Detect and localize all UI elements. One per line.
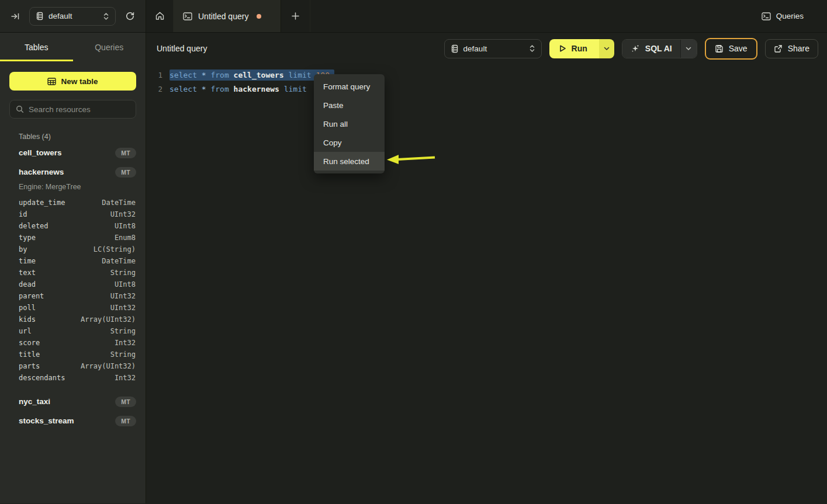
table-name: stocks_stream [19, 416, 74, 425]
run-split-button: Run [549, 39, 614, 58]
tab-title: Untitled query [198, 12, 248, 21]
queries-button-label: Queries [776, 12, 804, 20]
sql-text: select * from hackernews limit [169, 85, 312, 93]
column-name: kids [19, 315, 36, 324]
sql-ai-button[interactable]: SQL AI [622, 40, 680, 58]
engine-detail: Engine: MergeTree [9, 183, 136, 191]
sql-token: select [169, 71, 197, 79]
column-type: UInt8 [115, 222, 136, 230]
sparkles-icon [631, 44, 640, 53]
column-name: url [19, 327, 32, 335]
column-type: String [110, 269, 136, 277]
engine-badge: MT [115, 148, 136, 158]
chevron-down-icon [686, 47, 691, 51]
sql-token: * [202, 71, 206, 79]
sql-token: * [202, 85, 206, 93]
sidebar-tab-queries[interactable]: Queries [73, 33, 146, 61]
column-row: partsArray(UInt32) [19, 360, 136, 372]
toolbar: default [444, 38, 818, 60]
column-row: timeDateTime [19, 255, 136, 267]
tables-section-title: Tables (4) [19, 133, 136, 141]
engine-badge: MT [115, 167, 136, 178]
toolbar-database-selector[interactable]: default [444, 39, 542, 58]
column-name: time [19, 257, 36, 265]
column-row: titleString [19, 349, 136, 360]
new-table-button-label: New table [61, 77, 98, 86]
column-row: pollUInt32 [19, 302, 136, 314]
column-list: update_timeDateTimeidUInt32deletedUInt8t… [9, 197, 136, 384]
search-resources-input[interactable] [29, 105, 132, 114]
refresh-icon [125, 11, 135, 21]
menu-item-copy[interactable]: Copy [314, 133, 385, 152]
table-item-hackernews[interactable]: hackernews MT [9, 162, 136, 182]
sql-token [229, 71, 234, 79]
column-name: title [19, 350, 40, 359]
collapse-sidebar-button[interactable] [8, 9, 22, 23]
column-row: urlString [19, 325, 136, 337]
top-bar-left: default [0, 0, 146, 32]
editor-line-2: 2 select * from hackernews limit [146, 82, 827, 96]
table-item-cell-towers[interactable]: cell_towers MT [9, 143, 136, 162]
sidebar-tab-queries-label: Queries [95, 43, 123, 52]
run-options-button[interactable] [599, 39, 614, 58]
column-row: descendantsInt32 [19, 372, 136, 384]
column-type: Int32 [115, 339, 136, 347]
column-type: DateTime [102, 257, 136, 265]
table-name: cell_towers [19, 148, 62, 157]
tab-untitled-query[interactable]: Untitled query [174, 0, 281, 32]
queries-button[interactable]: Queries [762, 12, 804, 20]
refresh-button[interactable] [123, 9, 137, 23]
table-item-stocks-stream[interactable]: stocks_stream MT [9, 411, 136, 430]
top-bar-right: Queries [762, 0, 827, 32]
menu-item-paste[interactable]: Paste [314, 96, 385, 114]
column-row: deadUInt8 [19, 279, 136, 290]
column-type: Array(UInt32) [81, 362, 136, 370]
sidebar-tab-tables-label: Tables [25, 43, 48, 52]
run-button[interactable]: Run [549, 39, 599, 58]
engine-badge: MT [115, 397, 136, 407]
unsaved-changes-dot [257, 14, 261, 19]
menu-item-run-all[interactable]: Run all [314, 114, 385, 133]
search-icon [16, 105, 24, 113]
menu-item-run-selected[interactable]: Run selected [314, 152, 385, 171]
column-type: UInt32 [110, 210, 136, 218]
home-button[interactable] [146, 0, 174, 32]
database-selector-value: default [49, 12, 98, 20]
save-button[interactable]: Save [705, 38, 757, 60]
sql-ai-button-label: SQL AI [645, 44, 672, 53]
menu-item-format-query[interactable]: Format query [314, 77, 385, 96]
sql-token: from [210, 71, 229, 79]
column-row: update_timeDateTime [19, 197, 136, 208]
database-selector[interactable]: default [29, 7, 116, 26]
sql-ai-split-button: SQL AI [622, 39, 697, 58]
sql-console-app: default [0, 0, 827, 504]
table-item-nyc-taxi[interactable]: nyc_taxi MT [9, 392, 136, 411]
sql-editor[interactable]: 1 select * from cell_towers limit 100 2 … [146, 64, 827, 96]
sql-ai-options-button[interactable] [680, 40, 697, 58]
new-table-button[interactable]: New table [9, 72, 136, 91]
sidebar: Tables Queries New table [0, 33, 146, 503]
column-name: text [19, 269, 36, 277]
top-bar: default [0, 0, 827, 33]
share-button-label: Share [788, 44, 809, 53]
new-tab-button[interactable] [281, 0, 310, 32]
column-type: String [110, 350, 136, 359]
share-button[interactable]: Share [765, 39, 818, 58]
sql-token: select [169, 85, 197, 93]
sidebar-tabs: Tables Queries [0, 33, 146, 61]
column-name: deleted [19, 222, 49, 230]
column-row: deletedUInt8 [19, 220, 136, 232]
column-type: UInt32 [110, 304, 136, 312]
plus-icon [291, 12, 300, 20]
chevron-down-icon [604, 47, 610, 51]
sql-token: from [210, 85, 229, 93]
table-icon [47, 78, 56, 85]
line-number: 2 [146, 85, 162, 93]
sidebar-tab-tables[interactable]: Tables [0, 33, 73, 61]
sql-token [279, 85, 284, 93]
sql-token [197, 71, 202, 79]
sql-token: limit [284, 85, 307, 93]
column-type: UInt32 [110, 292, 136, 300]
query-title: Untitled query [157, 44, 207, 53]
save-icon [715, 44, 724, 53]
